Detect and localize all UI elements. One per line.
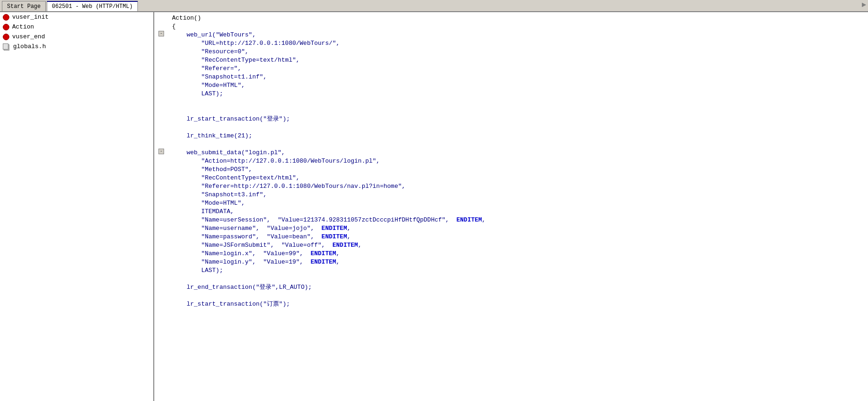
code-line-last2: LAST); (154, 266, 868, 275)
code-line-resource: "Resource=0", (154, 48, 868, 56)
code-text-brace: { (168, 22, 176, 31)
code-text-start-trans: lr_start_transaction("登录"); (168, 115, 290, 123)
code-line-url: "URL=http://127.0.0.1:1080/WebTours/", (154, 39, 868, 48)
code-text-loginy: "Name=login.y", "Value=19", ENDITEM, (168, 258, 340, 266)
code-line-snapshot1: "Snapshot=t1.inf", (154, 73, 868, 81)
code-text-end-trans: lr_end_transaction("登录",LR_AUTO); (168, 283, 312, 292)
code-line-action-header: Action() (154, 14, 868, 22)
code-text-action-header: Action() (168, 14, 201, 22)
main-container: vuser_init Action vuser_end globals.h Ac… (0, 12, 868, 401)
code-text-last1: LAST); (168, 90, 223, 98)
code-line-empty6 (154, 292, 868, 300)
code-line-method: "Method=POST", (154, 165, 868, 174)
code-line-reccontenttype2: "RecContentType=text/html", (154, 174, 868, 182)
code-line-start-trans-ticket: lr_start_transaction("订票"); (154, 300, 868, 308)
code-line-empty4 (154, 140, 868, 149)
sidebar-label-action: Action (12, 23, 34, 30)
code-line-weburl: - web_url("WebTours", (154, 31, 868, 39)
code-line-jsformsubmit: "Name=JSFormSubmit", "Value=off", ENDITE… (154, 241, 868, 250)
code-text-loginx: "Name=login.x", "Value=99", ENDITEM, (168, 250, 340, 258)
code-text-empty4 (168, 140, 176, 149)
red-circle-icon-2 (3, 24, 9, 30)
code-line-end-trans: lr_end_transaction("登录",LR_AUTO); (154, 283, 868, 292)
code-text-start-trans-ticket: lr_start_transaction("订票"); (168, 300, 290, 308)
fold-btn-weburl[interactable]: - (158, 31, 164, 36)
code-text-reccontenttype: "RecContentType=text/html", (168, 56, 300, 64)
code-text-weburl: web_url("WebTours", (168, 31, 256, 39)
code-line-referer2: "Referer=http://127.0.0.1:1080/WebTours/… (154, 182, 868, 191)
code-text-jsformsubmit: "Name=JSFormSubmit", "Value=off", ENDITE… (168, 241, 362, 250)
code-text-usersession: "Name=userSession", "Value=121374.928311… (168, 216, 486, 224)
sidebar-item-globals[interactable]: globals.h (0, 42, 153, 51)
code-line-loginy: "Name=login.y", "Value=19", ENDITEM, (154, 258, 868, 266)
code-text-snapshot2: "Snapshot=t3.inf", (168, 191, 267, 199)
code-text-submit: web_submit_data("login.pl", (168, 149, 285, 157)
code-text-resource: "Resource=0", (168, 48, 249, 56)
code-line-action-param: "Action=http://127.0.0.1:1080/WebTours/l… (154, 157, 868, 165)
code-text-snapshot1: "Snapshot=t1.inf", (168, 73, 267, 81)
code-line-itemdata: ITEMDATA, (154, 208, 868, 216)
code-line-empty1 (154, 98, 868, 107)
sidebar-item-vuser-init[interactable]: vuser_init (0, 12, 153, 22)
code-line-submit: - web_submit_data("login.pl", (154, 149, 868, 157)
code-line-last1: LAST); (154, 90, 868, 98)
code-text-mode1: "Mode=HTML", (168, 81, 245, 90)
code-line-empty5 (154, 275, 868, 283)
sidebar-label-globals: globals.h (13, 43, 46, 50)
fold-gutter-submit[interactable]: - (154, 149, 168, 154)
code-text-mode2: "Mode=HTML", (168, 199, 245, 208)
code-text-last2: LAST); (168, 266, 223, 275)
code-text-username: "Name=username", "Value=jojo", ENDITEM, (168, 224, 351, 233)
code-line-referer1: "Referer=", (154, 64, 868, 73)
code-line-username: "Name=username", "Value=jojo", ENDITEM, (154, 224, 868, 233)
code-line-think-time: lr_think_time(21); (154, 132, 868, 140)
multi-file-icon (3, 43, 10, 50)
code-text-reccontenttype2: "RecContentType=text/html", (168, 174, 300, 182)
code-line-loginx: "Name=login.x", "Value=99", ENDITEM, (154, 250, 868, 258)
code-text-empty5 (168, 275, 176, 283)
code-line-mode1: "Mode=HTML", (154, 81, 868, 90)
sidebar-label-vuser-end: vuser_end (12, 33, 45, 40)
code-text-empty2 (168, 107, 176, 115)
code-text-think-time: lr_think_time(21); (168, 132, 252, 140)
code-line-brace-open: { (154, 22, 868, 31)
code-line-start-trans: lr_start_transaction("登录"); (154, 115, 868, 123)
fold-gutter-weburl[interactable]: - (154, 31, 168, 36)
fold-btn-submit[interactable]: - (158, 149, 164, 154)
code-text-empty6 (168, 292, 176, 300)
code-text-method: "Method=POST", (168, 165, 252, 174)
code-content: Action() { - web_url("WebTours", "URL=ht… (154, 12, 868, 310)
code-line-empty2 (154, 107, 868, 115)
red-circle-icon (3, 14, 9, 21)
sidebar: vuser_init Action vuser_end globals.h (0, 12, 154, 401)
tab-web-http[interactable]: 062501 - Web (HTTP/HTML) (47, 1, 138, 11)
code-text-itemdata: ITEMDATA, (168, 208, 234, 216)
red-circle-icon-3 (3, 34, 9, 40)
code-text-action-param: "Action=http://127.0.0.1:1080/WebTours/l… (168, 157, 380, 165)
code-line-password: "Name=password", "Value=bean", ENDITEM, (154, 233, 868, 241)
tab-bar: Start Page 062501 - Web (HTTP/HTML) ► (0, 0, 868, 12)
code-text-url: "URL=http://127.0.0.1:1080/WebTours/", (168, 39, 340, 48)
sidebar-item-vuser-end[interactable]: vuser_end (0, 32, 153, 42)
editor-area[interactable]: Action() { - web_url("WebTours", "URL=ht… (154, 12, 868, 401)
code-text-password: "Name=password", "Value=bean", ENDITEM, (168, 233, 351, 241)
code-line-snapshot2: "Snapshot=t3.inf", (154, 191, 868, 199)
code-line-reccontenttype: "RecContentType=text/html", (154, 56, 868, 64)
pin-icon: ► (861, 1, 866, 9)
tab-start-page[interactable]: Start Page (2, 1, 46, 11)
code-text-referer1: "Referer=", (168, 64, 241, 73)
code-text-referer2: "Referer=http://127.0.0.1:1080/WebTours/… (168, 182, 405, 191)
code-line-mode2: "Mode=HTML", (154, 199, 868, 208)
code-text-empty3 (168, 123, 176, 132)
code-text-empty1 (168, 98, 176, 107)
sidebar-label-vuser-init: vuser_init (12, 14, 49, 21)
sidebar-item-action[interactable]: Action (0, 22, 153, 32)
code-line-empty3 (154, 123, 868, 132)
code-line-usersession: "Name=userSession", "Value=121374.928311… (154, 216, 868, 224)
